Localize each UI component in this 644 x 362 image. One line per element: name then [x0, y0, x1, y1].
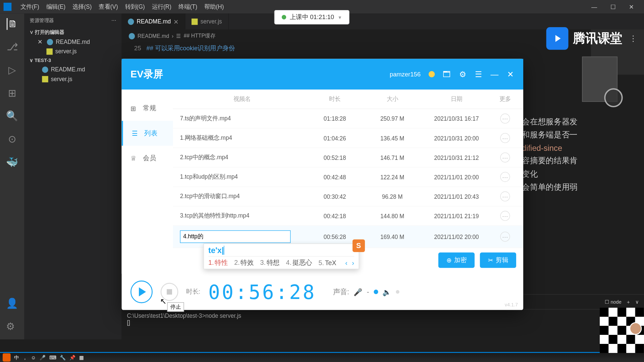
settings-icon[interactable]: ⚙ — [6, 321, 18, 333]
tab-serverjs[interactable]: server.js — [185, 14, 228, 29]
sound-controls: 声音: 🎤 - 🔈 — [333, 287, 399, 297]
sogou-icon[interactable] — [3, 353, 11, 361]
ev-recorder-dialog: EV录屏 pamzer156 🗔 ⚙ ☰ — ✕ ⊞ 常规 ☰ 列表 — [122, 59, 523, 310]
encrypt-button[interactable]: ⊕加密 — [438, 252, 475, 268]
open-editor-serverjs[interactable]: server.js — [24, 47, 122, 56]
search-icon[interactable]: 🔍 — [6, 110, 18, 122]
joystick-control[interactable] — [604, 88, 623, 107]
window-close-icon[interactable]: ✕ — [629, 3, 634, 10]
extensions-icon[interactable]: ⊞ — [8, 87, 16, 99]
row-more-button[interactable]: ⋯ — [500, 211, 510, 221]
menu-view[interactable]: 查看(V) — [95, 3, 121, 11]
tencent-classroom-logo: 腾讯课堂 ⋮ — [546, 27, 638, 50]
row-more-button[interactable]: ⋯ — [500, 114, 510, 124]
ime-candidate[interactable]: 2.特效 — [234, 258, 254, 267]
close-icon[interactable]: ✕ — [38, 39, 43, 45]
gear-icon[interactable]: ⚙ — [459, 70, 467, 78]
terminal-shell[interactable]: ☐ node — [605, 299, 622, 305]
ev-title: EV录屏 — [130, 67, 163, 81]
docker-icon[interactable]: 🐳 — [6, 157, 18, 168]
vscode-icon — [4, 3, 12, 11]
window-minimize-icon[interactable]: — — [591, 3, 597, 10]
ime-mic-icon[interactable]: 🎤 — [40, 355, 46, 361]
menu-file[interactable]: 文件(F) — [17, 3, 43, 11]
minimize-icon[interactable]: — — [490, 70, 498, 78]
tab-readme[interactable]: README.md✕ — [122, 14, 185, 29]
menu-edit[interactable]: 编辑(E) — [43, 3, 69, 11]
ev-sidenav: ⊞ 常规 ☰ 列表 ♕ 会员 — [122, 89, 173, 274]
explorer-icon[interactable]: 🗎 — [6, 18, 18, 30]
file-serverjs[interactable]: server.js — [24, 74, 122, 83]
debug-icon[interactable]: ▷ — [8, 64, 16, 76]
ime-grid-icon[interactable]: ▦ — [79, 355, 84, 361]
speaker-icon[interactable]: 🔈 — [382, 288, 391, 296]
chevron-down-icon[interactable]: ∨ — [635, 299, 639, 305]
menu-help[interactable]: 帮助(H) — [201, 3, 227, 11]
row-more-button[interactable]: ⋯ — [500, 172, 510, 182]
row-more-button[interactable]: ⋯ — [500, 133, 510, 143]
menu-goto[interactable]: 转到(G) — [121, 3, 148, 11]
row-more-button[interactable]: ⋯ — [500, 153, 510, 163]
explorer-sidebar: 资源管理器 ⋯ ∨ 打开的编辑器 ✕README.md server.js ∨ … — [24, 14, 122, 340]
sidenav-normal[interactable]: ⊞ 常规 — [122, 96, 173, 121]
more-icon[interactable]: ⋯ — [111, 17, 116, 24]
editor-background-text: 会在想服务器发 和服务端是否一 dified-since 容摘要的结果肯 变化 … — [522, 115, 578, 193]
ime-candidate[interactable]: 5.TeX — [319, 259, 336, 266]
svg-marker-0 — [555, 35, 561, 42]
cut-button[interactable]: ✂剪辑 — [480, 252, 516, 268]
table-row[interactable]: 2.tcp中的滑动窗口.mp4 00:30:42 96.28 M 2021/11… — [173, 187, 523, 206]
table-row[interactable]: 2.tcp中的概念.mp4 00:52:18 146.71 M 2021/10/… — [173, 148, 523, 167]
close-icon[interactable]: ✕ — [173, 18, 179, 25]
microphone-icon[interactable]: 🎤 — [354, 288, 362, 296]
remote-icon[interactable]: ⊙ — [8, 133, 16, 145]
add-terminal-icon[interactable]: ＋ — [626, 298, 631, 305]
menu-select[interactable]: 选择(S) — [69, 3, 95, 11]
project-section[interactable]: ∨ TEST-3 — [24, 56, 122, 65]
rename-input[interactable] — [180, 230, 291, 243]
ime-lang[interactable]: 中 — [14, 354, 19, 361]
markdown-icon — [129, 33, 135, 39]
ime-candidate[interactable]: 4.挺恶心 — [286, 258, 312, 267]
presenter-avatar — [629, 322, 642, 335]
ime-prev-icon[interactable]: ‹ — [345, 259, 347, 266]
table-row[interactable]: 7.ts的声明文件.mp4 01:18:28 250.97 M 2021/10/… — [173, 109, 523, 128]
more-icon[interactable]: ⋮ — [629, 34, 637, 44]
row-more-button[interactable]: ⋯ — [500, 191, 510, 201]
menu-terminal[interactable]: 终端(T) — [175, 3, 201, 11]
ime-next-icon[interactable]: › — [352, 259, 354, 266]
ime-punct-icon[interactable]: ， — [22, 354, 28, 361]
ime-emoji-icon[interactable]: ☺ — [31, 355, 36, 360]
menu-run[interactable]: 运行(R) — [148, 3, 175, 11]
menu-icon[interactable]: ☰ — [475, 70, 483, 78]
class-status-pill[interactable]: 上课中 01:21:10 ▼ — [274, 10, 350, 24]
row-more-button[interactable]: ⋯ — [500, 232, 510, 242]
terminal-output[interactable]: C:\Users\test1\Desktop\test-3>node serve… — [122, 309, 644, 328]
js-icon — [46, 48, 52, 55]
window-icon[interactable]: 🗔 — [443, 70, 451, 78]
col-name: 视频名 — [180, 95, 304, 103]
status-text: 上课中 01:21:10 — [290, 13, 334, 21]
ev-username[interactable]: pamzer156 — [390, 71, 421, 78]
close-icon[interactable]: ✕ — [506, 70, 515, 78]
account-icon[interactable]: 👤 — [6, 298, 18, 309]
ime-pin-icon[interactable]: 📌 — [69, 355, 75, 361]
timer-display: 00:56:28 — [208, 280, 316, 303]
window-maximize-icon[interactable]: ☐ — [610, 3, 616, 10]
play-icon — [139, 287, 146, 296]
table-row[interactable]: 1.网络基础概念.mp4 01:04:26 136.45 M 2021/10/3… — [173, 128, 523, 148]
explorer-title: 资源管理器 — [30, 17, 54, 24]
sidenav-member[interactable]: ♕ 会员 — [122, 146, 173, 171]
play-button[interactable] — [130, 281, 153, 303]
chevron-down-icon: ▼ — [338, 15, 342, 20]
ime-candidate[interactable]: 1.特性 — [208, 258, 228, 267]
ime-tool-icon[interactable]: 🔧 — [60, 355, 66, 361]
file-readme[interactable]: README.md — [24, 65, 122, 74]
sidenav-list[interactable]: ☰ 列表 — [122, 121, 173, 145]
scm-icon[interactable]: ⎇ — [7, 41, 18, 53]
ime-keyboard-icon[interactable]: ⌨ — [49, 355, 56, 361]
open-editor-readme[interactable]: ✕README.md — [24, 37, 122, 47]
open-editors-section[interactable]: ∨ 打开的编辑器 — [24, 27, 122, 37]
table-row[interactable]: 3.tcp的其他特性到http.mp4 00:42:18 144.80 M 20… — [173, 206, 523, 226]
ime-candidate[interactable]: 3.特想 — [260, 258, 280, 267]
table-row[interactable]: 1.tcp和udp的区别.mp4 00:42:48 122.24 M 2021/… — [173, 168, 523, 187]
